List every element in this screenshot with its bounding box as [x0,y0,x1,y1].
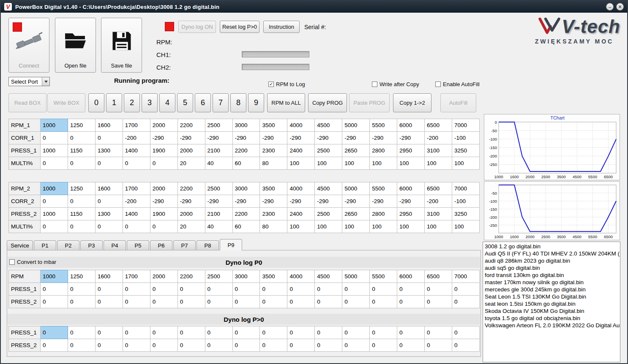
table-cell[interactable]: 0 [452,283,479,296]
table-cell[interactable]: 3100 [424,208,452,220]
table-cell[interactable]: 4000 [287,119,315,132]
table-cell[interactable]: 0 [260,339,287,352]
table-cell[interactable]: 0 [123,220,150,233]
tab-p6[interactable]: P6 [150,240,172,250]
table-cell[interactable]: 0 [177,296,205,308]
table-cell[interactable]: 1600 [95,119,123,132]
digit-button-3[interactable]: 3 [142,93,158,112]
reset-log-button[interactable]: Reset log P>0 [220,21,259,33]
tab-p2[interactable]: P2 [57,240,79,250]
table-cell[interactable]: 5500 [370,182,397,195]
digit-button-7[interactable]: 7 [213,93,229,112]
table-cell[interactable]: -200 [424,195,452,208]
write-box-button[interactable]: Write BOX [47,93,85,112]
tab-p3[interactable]: P3 [80,240,103,250]
digit-button-5[interactable]: 5 [177,93,193,112]
table-cell[interactable]: 1600 [95,270,123,283]
table-cell[interactable]: 2200 [177,182,205,195]
table-cell[interactable]: -290 [315,195,342,208]
table-cell[interactable]: 2800 [370,208,397,220]
table-cell[interactable]: 0 [95,195,123,208]
tab-p9[interactable]: P9 [220,239,242,250]
table-cell[interactable]: 0 [287,326,315,339]
table-cell[interactable]: 0 [424,283,452,296]
table-cell[interactable]: -290 [150,132,177,144]
table-cell[interactable]: -200 [123,132,150,144]
table-cell[interactable]: 0 [397,296,425,308]
table-cell[interactable]: 0 [315,339,342,352]
table-cell[interactable]: 0 [260,296,287,308]
table-cell[interactable]: 0 [150,326,177,339]
table-cell[interactable]: 1400 [123,144,150,157]
table-cell[interactable]: 100 [315,220,342,233]
table-cell[interactable]: 60 [232,157,260,170]
table-cell[interactable]: 2000 [150,119,177,132]
table-cell[interactable]: 6000 [397,119,425,132]
table-cell[interactable]: 2500 [205,119,232,132]
table-cell[interactable]: 0 [41,283,68,296]
table-cell[interactable]: 0 [95,132,123,144]
table-cell[interactable]: 2650 [342,144,370,157]
table-cell[interactable]: 0 [123,326,150,339]
table-cell[interactable]: 5500 [370,119,397,132]
table-cell[interactable]: 0 [370,339,397,352]
table-cell[interactable]: 100 [452,157,479,170]
table-cell[interactable]: 1250 [68,182,96,195]
table-cell[interactable]: 0 [123,283,150,296]
table-cell[interactable]: 1250 [68,270,96,283]
table-cell[interactable]: 0 [41,132,68,144]
table-cell[interactable]: 3500 [260,119,287,132]
table-cell[interactable]: 2000 [150,182,177,195]
table-cell[interactable]: 4000 [287,182,315,195]
write-after-copy-checkbox[interactable]: Write after Copy [372,81,419,87]
table-cell[interactable]: -290 [177,195,205,208]
digit-button-9[interactable]: 9 [248,93,264,112]
table-cell[interactable]: 0 [95,283,123,296]
table-cell[interactable]: 0 [397,339,425,352]
table-cell[interactable]: 100 [342,157,370,170]
table-cell[interactable]: 7000 [452,119,479,132]
tab-service[interactable]: Service [7,240,33,250]
table-cell[interactable]: 0 [232,283,260,296]
table-cell[interactable]: 0 [68,339,96,352]
table-cell[interactable]: 100 [424,157,452,170]
table-cell[interactable]: 2200 [177,119,205,132]
table-cell[interactable]: 60 [232,220,260,233]
rpm-to-log-checkbox[interactable]: RPM to Log [268,81,305,87]
close-button[interactable]: ✕ [616,3,624,11]
table-cell[interactable]: -290 [232,195,260,208]
tab-p7[interactable]: P7 [173,240,196,250]
instruction-button[interactable]: Instruction [263,21,300,33]
table-cell[interactable]: 0 [287,339,315,352]
table-cell[interactable]: 2400 [287,208,315,220]
table-cell[interactable]: -290 [232,132,260,144]
table-cell[interactable]: -290 [370,132,397,144]
table-cell[interactable]: 3500 [260,270,287,283]
table-cell[interactable]: 0 [41,339,68,352]
file-list[interactable]: 3008 1.2 go digital.binAudi Q5 II (FY FL… [483,242,620,362]
table-cell[interactable]: 6000 [397,270,425,283]
table-cell[interactable]: 100 [287,157,315,170]
table-cell[interactable]: 0 [68,157,96,170]
table-cell[interactable]: 1150 [68,144,96,157]
file-list-item[interactable]: master 170km nowy silnik go digital.bin [485,279,620,286]
enable-autofill-checkbox[interactable]: Enable AutoFill [435,81,480,87]
table-cell[interactable]: 0 [123,296,150,308]
digit-button-1[interactable]: 1 [106,93,122,112]
table-cell[interactable]: 1300 [95,208,123,220]
table-cell[interactable]: -200 [424,132,452,144]
table-cell[interactable]: -100 [452,132,479,144]
table-cell[interactable]: 0 [397,283,425,296]
table-cell[interactable]: 1400 [123,208,150,220]
table-cell[interactable]: 0 [232,296,260,308]
table-cell[interactable]: 0 [452,326,479,339]
table-cell[interactable]: 0 [260,283,287,296]
table-cell[interactable]: 0 [41,195,68,208]
table-cell[interactable]: 20 [177,157,205,170]
table-cell[interactable]: 80 [260,220,287,233]
table-cell[interactable]: 0 [315,283,342,296]
copy-1-to-2-button[interactable]: Copy 1->2 [393,93,431,112]
table-cell[interactable]: 100 [315,157,342,170]
table-cell[interactable]: 0 [370,326,397,339]
table-cell[interactable]: 3100 [424,144,452,157]
